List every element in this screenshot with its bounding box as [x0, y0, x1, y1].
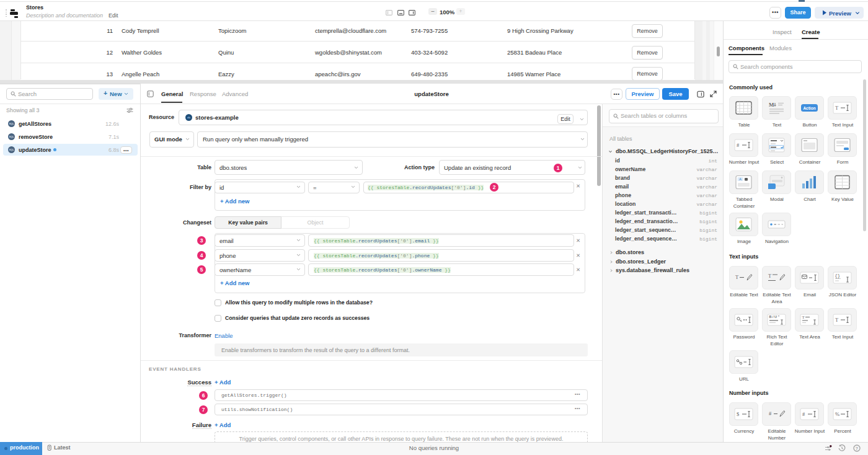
svg-text:B / U ”: B / U ” — [769, 315, 780, 319]
svg-text:#: # — [769, 410, 772, 417]
svg-text:T: T — [768, 273, 772, 279]
svg-text:?: ? — [856, 446, 858, 451]
svg-text:T: T — [735, 274, 739, 280]
svg-text:Action: Action — [803, 106, 815, 110]
svg-text:A: A — [739, 177, 742, 181]
svg-text:$: $ — [737, 411, 739, 417]
svg-text:%: % — [835, 411, 839, 417]
svg-text:T: T — [835, 317, 839, 323]
svg-text:M: M — [769, 102, 774, 108]
svg-text:{}: {} — [835, 273, 840, 278]
svg-text:T: T — [802, 315, 805, 320]
svg-text:T: T — [835, 105, 839, 111]
